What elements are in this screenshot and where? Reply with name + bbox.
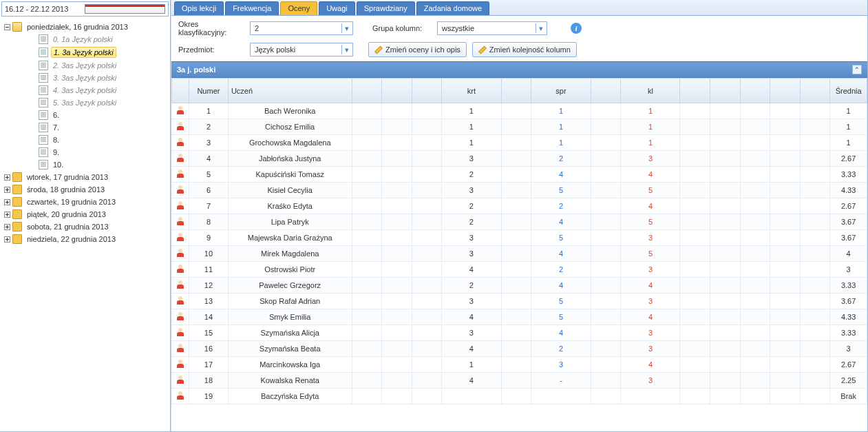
period-select[interactable]: 2 ▾ [250,21,353,35]
tree-lesson-item[interactable]: 10. [0,158,170,171]
cell-blank [352,119,382,135]
table-row[interactable]: 3Grochowska Magdalena1111 [172,135,867,151]
tree-lesson-item[interactable]: 3. 3as Język polski [0,72,170,84]
cell-blank [680,198,710,214]
col-header-blank9[interactable] [770,79,801,103]
date-range-picker[interactable]: 16.12 - 22.12 2013 [1,1,169,17]
col-header-avg[interactable]: Średnia [830,79,867,103]
cell-blank [352,103,382,119]
col-header-blank7[interactable] [710,79,740,103]
tree-day-expanded[interactable]: poniedziałek, 16 grudnia 2013 [0,21,170,33]
col-header-icon[interactable] [172,79,189,103]
cell-blank [710,135,740,151]
cell-avg: 2.67 [830,151,867,167]
cell-blank [412,325,442,341]
cell-blank [770,294,801,309]
plus-icon[interactable] [4,187,10,193]
table-row[interactable]: 15Szymańska Alicja3433.33 [172,325,867,341]
table-row[interactable]: 18Kowalska Renata4-32.25 [172,373,867,389]
tree-day-collapsed[interactable]: sobota, 21 grudnia 2013 [0,220,170,233]
cell-blank [352,357,382,373]
table-row[interactable]: 10Mirek Magdalena3454 [172,246,867,262]
cell-krt: 3 [442,246,501,262]
calendar-icon[interactable] [85,4,166,14]
tree-lesson-item[interactable]: 5. 3as Język polski [0,96,170,109]
cell-numer: 4 [189,151,229,167]
col-header-blank2[interactable] [382,79,412,103]
tree-lesson-item[interactable]: 6. [0,109,170,121]
tree-day-collapsed[interactable]: wtorek, 17 grudnia 2013 [0,171,170,183]
tree-day-collapsed[interactable]: środa, 18 grudnia 2013 [0,183,170,196]
cell-krt: 2 [442,214,501,230]
plus-icon[interactable] [4,174,10,181]
tree-day-collapsed[interactable]: piątek, 20 grudnia 2013 [0,208,170,220]
col-header-blank4[interactable] [501,79,531,103]
subject-select[interactable]: Język polski ▾ [250,43,353,56]
cell-blank [740,389,770,404]
col-header-numer[interactable]: Numer [189,79,229,103]
edit-grades-button[interactable]: Zmień oceny i ich opis [368,42,467,57]
tab-oceny[interactable]: Oceny [280,1,317,15]
table-row[interactable]: 13Skop Rafał Adrian3533.67 [172,294,867,309]
col-header-blank5[interactable] [591,79,621,103]
col-header-blank10[interactable] [800,79,830,103]
minus-icon[interactable] [4,24,10,30]
group-select[interactable]: wszystkie ▾ [437,21,547,35]
tree-lesson-item[interactable]: 1. 3a Język polski [0,45,170,59]
col-header-blank6[interactable] [680,79,710,103]
grades-section-title: 3a j. polski [177,65,215,74]
col-header-spr[interactable]: spr [531,79,591,103]
cell-avg: 2.67 [830,198,867,214]
tree-lesson-item[interactable]: 7. [0,121,170,134]
tab-opis-lekcji[interactable]: Opis lekcji [174,1,224,15]
tree-lesson-item[interactable]: 4. 3as Język polski [0,84,170,96]
collapse-icon[interactable]: ⌃ [852,65,862,74]
tree-lesson-item[interactable]: 2. 3as Język polski [0,59,170,72]
table-row[interactable]: 17Marcinkowska Iga1342.67 [172,357,867,373]
tab-sprawdziany[interactable]: Sprawdziany [357,1,415,15]
grades-grid-wrap[interactable]: Numer Uczeń krt spr kl [171,78,867,431]
col-header-blank3[interactable] [412,79,442,103]
cell-blank [740,262,770,278]
tree-lesson-item[interactable]: 8. [0,134,170,146]
chevron-down-icon: ▾ [341,45,351,54]
table-row[interactable]: 1Bach Weronika1111 [172,103,867,119]
table-row[interactable]: 11Ostrowski Piotr4233 [172,262,867,278]
table-row[interactable]: 9Majewska Daria Grażyna3533.67 [172,230,867,246]
student-icon-cell [172,198,189,214]
cell-blank [382,183,412,198]
tree-day-collapsed[interactable]: niedziela, 22 grudnia 2013 [0,233,170,245]
cell-blank [710,230,740,246]
cell-numer: 15 [189,325,229,341]
tree-lesson-item[interactable]: 0. 1a Język polski [0,33,170,45]
tab-frekwencja[interactable]: Frekwencja [225,1,279,15]
tree-lesson-item[interactable]: 9. [0,146,170,158]
table-row[interactable]: 4Jabłońska Justyna3232.67 [172,151,867,167]
cell-blank [740,294,770,309]
table-row[interactable]: 5Kapuściński Tomasz2443.33 [172,167,867,183]
table-row[interactable]: 14Smyk Emilia4544.33 [172,309,867,325]
table-row[interactable]: 6Kisiel Cecylia3554.33 [172,183,867,198]
tree-day-collapsed[interactable]: czwartek, 19 grudnia 2013 [0,196,170,208]
plus-icon[interactable] [4,236,10,243]
col-header-blank8[interactable] [740,79,770,103]
tab-uwagi[interactable]: Uwagi [319,1,355,15]
cell-kl: 3 [621,325,680,341]
reorder-columns-button[interactable]: Zmień kolejność kolumn [472,42,577,57]
plus-icon[interactable] [4,224,10,230]
table-row[interactable]: 7Kraśko Edyta2242.67 [172,198,867,214]
col-header-krt[interactable]: krt [442,79,501,103]
table-row[interactable]: 19Baczyńska EdytaBrak [172,389,867,404]
col-header-kl[interactable]: kl [621,79,680,103]
table-row[interactable]: 2Cichosz Emilia1111 [172,119,867,135]
table-row[interactable]: 16Szymańska Beata4233 [172,341,867,357]
col-header-uczen[interactable]: Uczeń [228,79,352,103]
plus-icon[interactable] [4,199,10,205]
plus-icon[interactable] [4,212,10,218]
col-header-blank1[interactable] [352,79,382,103]
person-icon [176,376,184,384]
tab-zadania-domowe[interactable]: Zadania domowe [416,1,489,15]
table-row[interactable]: 8Lipa Patryk2453.67 [172,214,867,230]
info-icon[interactable]: i [571,23,582,34]
table-row[interactable]: 12Pawelec Grzegorz2443.33 [172,278,867,294]
